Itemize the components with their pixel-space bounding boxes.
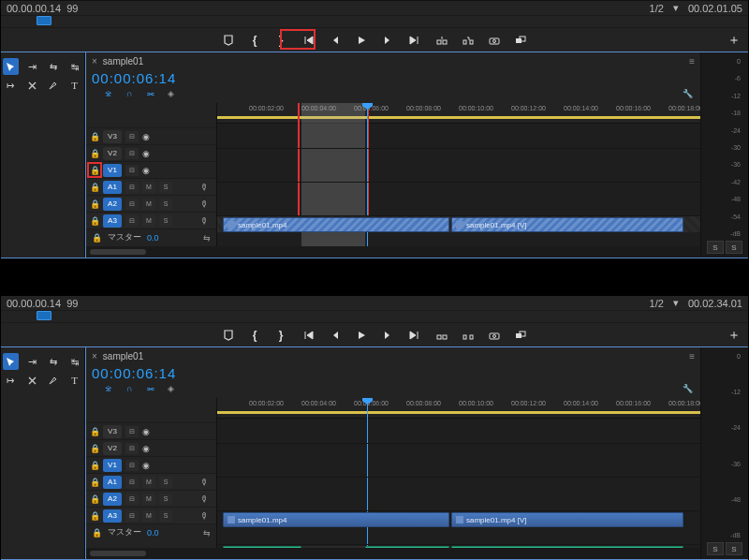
type-tool[interactable]: T — [66, 77, 82, 94]
lock-icon[interactable]: 🔒 — [90, 461, 99, 470]
button-editor-plus[interactable]: ＋ — [727, 327, 741, 344]
lock-icon[interactable]: 🔒 — [90, 166, 99, 175]
type-tool[interactable]: T — [66, 372, 82, 389]
go-to-in-button[interactable] — [302, 34, 316, 47]
mic-icon[interactable]: 🎙 — [200, 216, 209, 226]
lock-icon[interactable]: 🔒 — [90, 183, 99, 192]
audio-clip[interactable] — [223, 546, 301, 548]
export-frame-button[interactable] — [488, 34, 501, 47]
step-back-button[interactable] — [329, 34, 342, 47]
collapse-icon[interactable]: ⇆ — [203, 233, 211, 243]
mark-in-button[interactable]: { — [248, 329, 261, 342]
mute-toggle[interactable]: M — [142, 215, 155, 227]
lock-icon[interactable]: 🔒 — [90, 199, 99, 209]
track-label[interactable]: A1 — [103, 476, 122, 489]
meter-solo-right[interactable]: S — [726, 542, 742, 555]
track-v3[interactable] — [217, 148, 700, 165]
lock-icon[interactable]: 🔒 — [92, 233, 102, 243]
playhead-timecode[interactable]: 00:00:06:14 — [92, 365, 176, 381]
eye-icon[interactable]: ◉ — [142, 132, 150, 141]
track-label[interactable]: V2 — [103, 147, 122, 160]
collapse-icon[interactable]: ⇆ — [203, 528, 211, 538]
video-clip[interactable]: sample01.mp4 [V] — [451, 217, 683, 232]
track-header-v3[interactable]: 🔒 V3 ⊟ ◉ — [86, 422, 216, 439]
eye-icon[interactable]: ◉ — [142, 166, 150, 175]
overwrite-button[interactable] — [514, 329, 527, 342]
track-select-tool[interactable]: ⇥ — [24, 58, 40, 75]
ripple-edit-tool[interactable]: ⇆ — [46, 353, 62, 370]
meter-solo-right[interactable]: S — [726, 241, 742, 254]
track-label[interactable]: A2 — [103, 493, 122, 506]
track-select-back-tool[interactable]: ↦ — [3, 77, 19, 94]
track-header-a1[interactable]: 🔒 A1 ⊟ M S 🎙 — [86, 473, 216, 490]
track-v2[interactable] — [217, 182, 700, 199]
mark-out-button[interactable]: } — [274, 34, 287, 47]
timeline-settings-button[interactable]: 🔧 — [682, 383, 693, 394]
meter-solo-left[interactable]: S — [707, 542, 724, 555]
linked-selection-toggle[interactable]: ⫘ — [144, 383, 155, 394]
close-sequence[interactable]: × — [92, 351, 97, 361]
mute-toggle[interactable]: M — [142, 494, 155, 505]
mark-in-button[interactable]: { — [248, 34, 261, 47]
video-clip[interactable]: sample01.mp4 — [223, 217, 449, 232]
audio-clip[interactable] — [365, 546, 449, 548]
track-label[interactable]: V3 — [103, 425, 122, 438]
lock-icon[interactable]: 🔒 — [90, 427, 99, 436]
play-button[interactable] — [355, 329, 368, 342]
solo-toggle[interactable]: S — [159, 510, 172, 522]
sync-lock-toggle[interactable]: ⊟ — [125, 131, 139, 142]
track-header-v2[interactable]: 🔒 V2 ⊟ ◉ — [86, 144, 216, 161]
track-select-back-tool[interactable]: ↦ — [3, 372, 19, 389]
track-label[interactable]: A1 — [103, 181, 122, 194]
magnet-toggle[interactable]: ∩ — [124, 383, 135, 394]
razor-tool[interactable] — [24, 77, 40, 94]
extract-button[interactable] — [462, 329, 475, 342]
rate-stretch-tool[interactable]: ↹ — [66, 58, 82, 75]
overwrite-button[interactable] — [514, 34, 527, 47]
timeline-tracks[interactable]: 00:00:02:00 00:00:04:00 00:00:06:00 00:0… — [217, 103, 700, 246]
step-back-button[interactable] — [329, 329, 342, 342]
master-track[interactable]: 🔒 マスター 0.0 ⇆ — [86, 228, 216, 245]
panel-menu[interactable]: ≡ — [689, 351, 695, 361]
track-header-a2[interactable]: 🔒 A2 ⊟ M S 🎙 — [86, 490, 216, 507]
mute-toggle[interactable]: M — [142, 182, 155, 193]
lock-icon[interactable]: 🔒 — [92, 528, 102, 538]
lock-icon[interactable]: 🔒 — [90, 149, 99, 158]
linked-selection-toggle[interactable]: ⫘ — [144, 88, 155, 99]
time-ruler[interactable]: 00:00:02:00 00:00:04:00 00:00:06:00 00:0… — [217, 103, 700, 124]
track-header-v1[interactable]: 🔒 V1 ⊟ ◉ — [86, 456, 216, 473]
mark-out-button[interactable]: } — [274, 329, 287, 342]
mic-icon[interactable]: 🎙 — [200, 183, 209, 192]
razor-tool[interactable] — [24, 372, 40, 389]
snap-toggle[interactable]: ※ — [103, 88, 114, 99]
master-track[interactable]: 🔒 マスター 0.0 ⇆ — [86, 523, 216, 540]
sync-lock-toggle[interactable]: ⊟ — [125, 477, 139, 488]
mic-icon[interactable]: 🎙 — [200, 494, 209, 504]
step-forward-button[interactable] — [381, 329, 394, 342]
selection-tool[interactable] — [3, 58, 19, 75]
ripple-edit-tool[interactable]: ⇆ — [46, 58, 62, 75]
track-header-a3[interactable]: 🔒 A3 ⊟ M S 🎙 — [86, 212, 216, 228]
track-header-v2[interactable]: 🔒 V2 ⊟ ◉ — [86, 439, 216, 456]
mute-toggle[interactable]: M — [142, 510, 155, 522]
go-to-out-button[interactable] — [407, 34, 420, 47]
mic-icon[interactable]: 🎙 — [200, 511, 209, 521]
lock-icon[interactable]: 🔒 — [90, 511, 99, 521]
track-a1[interactable] — [217, 544, 700, 548]
add-marker-button[interactable] — [222, 329, 235, 342]
playhead-timecode[interactable]: 00:00:06:14 — [92, 70, 176, 86]
track-v1[interactable]: sample01.mp4 sample01.mp4 [V] — [217, 510, 700, 527]
add-marker-button[interactable] — [222, 34, 235, 47]
selection-tool[interactable] — [3, 353, 19, 370]
sync-lock-toggle[interactable]: ⊟ — [125, 215, 139, 227]
time-ruler[interactable]: 00:00:02:00 00:00:04:00 00:00:06:00 00:0… — [217, 398, 700, 419]
timeline-settings-button[interactable]: 🔧 — [682, 88, 693, 99]
pen-tool[interactable] — [46, 372, 62, 389]
video-clip[interactable]: sample01.mp4 [V] — [451, 512, 683, 527]
sequence-name[interactable]: sample01 — [103, 56, 143, 66]
horizontal-scrollbar[interactable] — [86, 548, 700, 559]
sync-lock-toggle[interactable]: ⊟ — [125, 460, 139, 471]
sync-lock-toggle[interactable]: ⊟ — [125, 510, 139, 522]
solo-toggle[interactable]: S — [159, 199, 172, 210]
eye-icon[interactable]: ◉ — [142, 149, 150, 158]
